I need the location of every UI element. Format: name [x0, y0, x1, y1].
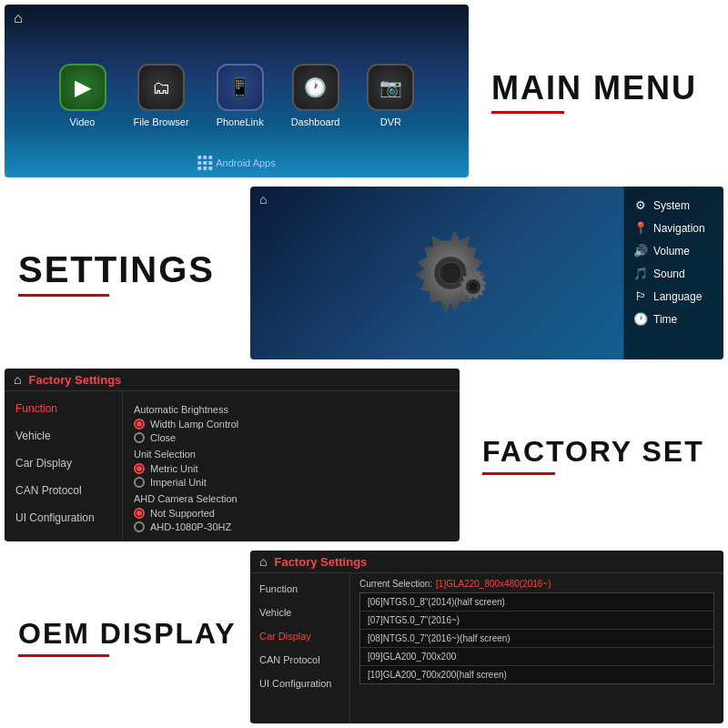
oem-underline — [18, 654, 109, 657]
oem-sidebar-car-display[interactable]: Car Display — [250, 624, 349, 648]
unit-selection-title: Unit Selection — [134, 449, 449, 460]
factory-title: Factory Settings — [28, 373, 121, 387]
dvr-icon: 📷 — [367, 64, 414, 111]
ahd-camera-group: Not Supported AHD-1080P-30HZ — [134, 508, 449, 532]
oem-sidebar: Function Vehicle Car Display CAN Protoco… — [250, 573, 350, 723]
phonelink-label: PhoneLink — [217, 116, 264, 127]
unit-selection-group: Metric Unit Imperial Unit — [134, 463, 449, 488]
section-settings: SETTINGS ⌂ — [0, 182, 728, 364]
oem-list-item-4[interactable]: [10]GLA200_700x200(half screen) — [360, 666, 713, 683]
home-icon-factory[interactable]: ⌂ — [14, 372, 21, 387]
main-menu-icons: ▶ Video 🗂 File Browser 📱 PhoneLink 🕐 Das… — [59, 64, 415, 127]
section-factory: ⌂ Factory Settings Function Vehicle Car … — [0, 364, 728, 546]
radio-close[interactable]: Close — [134, 432, 449, 443]
radio-width-lamp[interactable]: Width Lamp Control — [134, 419, 449, 430]
factory-sidebar-can-protocol[interactable]: CAN Protocol — [5, 477, 122, 504]
main-menu-underline — [491, 111, 564, 114]
oem-list-item-2[interactable]: [08]NTG5.0_7"(2016~)(half screen) — [360, 630, 713, 648]
menu-item-file-browser[interactable]: 🗂 File Browser — [134, 64, 189, 127]
close-label: Close — [150, 432, 176, 443]
oem-current-selection: Current Selection: [1]GLA220_800x480(201… — [359, 579, 714, 589]
factory-body: Function Vehicle Car Display CAN Protoco… — [5, 391, 460, 541]
radio-imperial-icon — [134, 477, 145, 488]
settings-gear-area — [250, 187, 623, 359]
factory-sidebar-vehicle[interactable]: Vehicle — [5, 422, 122, 450]
settings-language-label: Language — [653, 290, 702, 303]
factory-sidebar-function[interactable]: Function — [5, 395, 122, 422]
oem-list: [06]NTG5.0_8"(2014)(half screen) [07]NTG… — [359, 592, 714, 684]
width-lamp-label: Width Lamp Control — [150, 419, 238, 430]
file-browser-label: File Browser — [134, 116, 189, 127]
settings-system-label: System — [653, 199, 690, 212]
oem-screen: ⌂ Factory Settings Function Vehicle Car … — [250, 551, 723, 723]
dashboard-icon: 🕐 — [292, 64, 339, 111]
oem-list-item-3[interactable]: [09]GLA200_700x200 — [360, 648, 713, 666]
oem-header: ⌂ Factory Settings — [250, 551, 723, 573]
settings-item-time[interactable]: 🕐 Time — [624, 308, 723, 330]
home-icon-main[interactable]: ⌂ — [14, 10, 23, 26]
menu-item-video[interactable]: ▶ Video — [59, 64, 106, 127]
oem-sidebar-can-protocol[interactable]: CAN Protocol — [250, 648, 349, 672]
section-oem: OEM DISPLAY ⌂ Factory Settings Function … — [0, 546, 728, 728]
auto-brightness-group: Width Lamp Control Close — [134, 419, 449, 443]
radio-ahd-icon — [134, 521, 145, 532]
settings-screen: ⌂ — [250, 187, 723, 359]
dvr-label: DVR — [380, 116, 401, 127]
menu-item-dashboard[interactable]: 🕐 Dashboard — [291, 64, 340, 127]
oem-list-item-1[interactable]: [07]NTG5.0_7"(2016~) — [360, 612, 713, 630]
factory-sidebar-ui-config[interactable]: UI Configuration — [5, 504, 122, 531]
settings-title: SETTINGS — [18, 249, 246, 290]
factory-sidebar-car-display[interactable]: Car Display — [5, 450, 122, 477]
main-menu-label-area: MAIN MENU — [473, 0, 728, 182]
video-icon: ▶ — [59, 64, 106, 111]
oem-label-area: OEM DISPLAY — [0, 546, 246, 728]
grid-icon — [197, 156, 212, 170]
factory-label-area: FACTORY SET — [464, 364, 728, 546]
volume-icon: 🔊 — [633, 244, 648, 258]
settings-underline — [18, 294, 109, 297]
radio-metric[interactable]: Metric Unit — [134, 463, 449, 474]
radio-ahd-1080p[interactable]: AHD-1080P-30HZ — [134, 521, 449, 532]
language-icon: 🏳 — [633, 289, 648, 303]
radio-not-supported[interactable]: Not Supported — [134, 508, 449, 519]
oem-title: Factory Settings — [274, 555, 367, 569]
oem-sidebar-vehicle[interactable]: Vehicle — [250, 601, 349, 624]
imperial-label: Imperial Unit — [150, 477, 207, 488]
factory-set-title: FACTORY SET — [482, 435, 728, 469]
settings-item-volume[interactable]: 🔊 Volume — [624, 239, 723, 262]
svg-point-3 — [469, 282, 478, 291]
radio-icon-filled — [134, 419, 145, 430]
video-label: Video — [70, 116, 96, 127]
menu-item-phonelink[interactable]: 📱 PhoneLink — [217, 64, 264, 127]
settings-time-label: Time — [653, 313, 677, 326]
ahd-1080p-label: AHD-1080P-30HZ — [150, 521, 231, 532]
menu-item-dvr[interactable]: 📷 DVR — [367, 64, 414, 127]
oem-list-item-0[interactable]: [06]NTG5.0_8"(2014)(half screen) — [360, 593, 713, 612]
home-icon-oem[interactable]: ⌂ — [259, 554, 267, 569]
oem-sidebar-function[interactable]: Function — [250, 577, 349, 601]
dashboard-label: Dashboard — [291, 116, 340, 127]
auto-brightness-title: Automatic Brightness — [134, 404, 449, 415]
settings-navigation-label: Navigation — [653, 222, 705, 235]
settings-item-navigation[interactable]: 📍 Navigation — [624, 217, 723, 239]
main-menu-screen: ⌂ ▶ Video 🗂 File Browser 📱 PhoneLink 🕐 D… — [5, 5, 469, 177]
phonelink-icon: 📱 — [217, 64, 264, 111]
settings-label-area: SETTINGS — [0, 182, 246, 364]
settings-item-system[interactable]: ⚙ System — [624, 194, 723, 217]
time-icon: 🕐 — [633, 312, 648, 326]
android-apps-bar[interactable]: Android Apps — [197, 156, 275, 170]
factory-content: Automatic Brightness Width Lamp Control … — [123, 391, 460, 541]
current-selection-value: [1]GLA220_800x480(2016~) — [436, 579, 551, 589]
home-icon-settings[interactable]: ⌂ — [259, 192, 267, 207]
gear-small-icon — [450, 264, 496, 309]
factory-underline — [482, 472, 555, 475]
settings-item-language[interactable]: 🏳 Language — [624, 285, 723, 308]
ahd-camera-title: AHD Camera Selection — [134, 493, 449, 504]
radio-not-supported-icon — [134, 508, 145, 519]
oem-sidebar-ui-config[interactable]: UI Configuration — [250, 672, 349, 695]
radio-metric-icon — [134, 463, 145, 474]
radio-imperial[interactable]: Imperial Unit — [134, 477, 449, 488]
settings-volume-label: Volume — [653, 245, 690, 258]
radio-icon-empty — [134, 432, 145, 443]
settings-item-sound[interactable]: 🎵 Sound — [624, 262, 723, 285]
